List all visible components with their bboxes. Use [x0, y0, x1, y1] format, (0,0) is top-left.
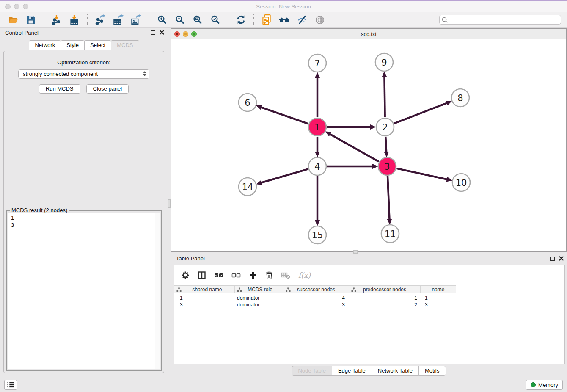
graph-edge-2-3[interactable] — [385, 137, 386, 152]
table-cell[interactable]: 3 — [174, 302, 235, 308]
optimization-criterion-select[interactable]: strongly connected component — [18, 69, 149, 79]
splitter-grip[interactable] — [168, 199, 171, 208]
graph-node-6[interactable]: 6 — [239, 94, 256, 111]
graph-edge-3-11[interactable] — [388, 176, 389, 219]
function-builder-icon[interactable]: f(x) — [298, 271, 311, 279]
table-cell[interactable]: dominator — [235, 295, 284, 301]
table-cell[interactable]: 1 — [174, 295, 235, 301]
graph-edge-2-8[interactable] — [394, 103, 447, 123]
delete-table-icon[interactable] — [281, 271, 290, 279]
zoom-out-icon[interactable] — [173, 14, 186, 26]
graph-node-7[interactable]: 7 — [308, 54, 326, 72]
table-cell[interactable]: 3 — [284, 302, 349, 308]
graph-edge-3-1[interactable] — [330, 134, 379, 162]
vertical-splitter[interactable] — [168, 28, 171, 378]
mcds-result-title: MCDS result (2 nodes) — [10, 207, 69, 213]
import-table-icon[interactable] — [68, 14, 81, 26]
tab-mcds[interactable]: MCDS — [111, 40, 139, 50]
zoom-fit-icon[interactable] — [190, 14, 204, 26]
network-window-titlebar[interactable]: scc.txt — [171, 29, 566, 39]
network-graph[interactable]: 7968124314101511 — [171, 39, 566, 251]
tab-node-table[interactable]: Node Table — [292, 366, 332, 376]
control-panel-tabs: Network Style Select MCDS — [0, 40, 168, 50]
result-scrollbar[interactable] — [155, 213, 160, 369]
import-network-icon[interactable] — [50, 14, 63, 26]
graph-node-9[interactable]: 9 — [375, 53, 393, 71]
tab-network-table[interactable]: Network Table — [372, 366, 419, 376]
graph-node-11[interactable]: 11 — [381, 225, 399, 243]
node-table-header: shared name MCDS role successor nodes pr… — [174, 285, 456, 293]
column-header-shared-name[interactable]: shared name — [174, 286, 235, 293]
float-table-panel-icon[interactable] — [550, 257, 555, 261]
delete-column-icon[interactable] — [265, 271, 273, 279]
zoom-in-icon[interactable] — [155, 14, 168, 26]
memory-label: Memory — [538, 382, 558, 388]
table-cell[interactable]: 2 — [349, 302, 421, 308]
save-session-icon[interactable] — [24, 14, 38, 26]
graph-edge-4-14[interactable] — [261, 169, 308, 182]
column-header-successor-nodes[interactable]: successor nodes — [284, 286, 349, 293]
table-row[interactable]: 3dominator323 — [174, 301, 564, 308]
refresh-view-icon[interactable] — [234, 14, 248, 26]
close-panel-icon[interactable] — [160, 30, 164, 35]
graph-edge-2-9[interactable] — [384, 77, 385, 117]
column-header-name[interactable]: name — [421, 286, 456, 293]
copy-network-view-icon[interactable] — [260, 14, 273, 26]
show-all-networks-icon[interactable] — [278, 14, 291, 26]
result-item[interactable]: 1 — [11, 214, 157, 221]
node-label: 3 — [384, 162, 390, 172]
window-title: Session: New Session — [0, 3, 567, 10]
show-selected-icon[interactable] — [313, 14, 327, 26]
close-panel-button[interactable]: Close panel — [86, 84, 129, 94]
graph-node-8[interactable]: 8 — [451, 89, 469, 107]
run-mcds-button[interactable]: Run MCDS — [39, 84, 80, 94]
table-panel-tabs: Node Table Edge Table Network Table Moti… — [171, 366, 567, 376]
memory-button[interactable]: Memory — [526, 380, 563, 390]
deselect-all-icon[interactable] — [231, 272, 241, 279]
close-table-panel-icon[interactable] — [559, 256, 564, 261]
network-view-window: scc.txt 7968124314101511 — [171, 28, 567, 252]
select-all-icon[interactable] — [214, 272, 223, 279]
graph-node-4[interactable]: 4 — [308, 157, 326, 175]
add-column-icon[interactable] — [249, 271, 257, 279]
memory-status-icon — [531, 382, 536, 387]
table-cell[interactable]: 1 — [421, 295, 456, 301]
result-item[interactable]: 3 — [11, 221, 157, 229]
table-cell[interactable]: dominator — [235, 302, 284, 308]
export-table-icon[interactable] — [111, 14, 125, 26]
column-header-predecessor-nodes[interactable]: predecessor nodes — [349, 286, 421, 293]
graph-node-10[interactable]: 10 — [452, 174, 470, 191]
table-settings-icon[interactable] — [181, 271, 190, 279]
table-row[interactable]: 1dominator411 — [174, 295, 564, 301]
open-session-icon[interactable] — [6, 14, 20, 26]
graph-edge-1-6[interactable] — [261, 107, 308, 124]
column-view-icon[interactable] — [198, 271, 206, 279]
export-network-icon[interactable] — [94, 14, 107, 26]
node-label: 7 — [314, 58, 320, 69]
graph-node-3[interactable]: 3 — [378, 157, 396, 175]
zoom-selected-icon[interactable] — [208, 14, 222, 26]
tab-motifs[interactable]: Motifs — [418, 366, 446, 376]
window-titlebar: Session: New Session — [0, 1, 567, 12]
search-input[interactable] — [439, 15, 561, 25]
graph-edge-3-10[interactable] — [396, 168, 447, 179]
hide-selected-icon[interactable] — [295, 14, 309, 26]
column-header-mcds-role[interactable]: MCDS role — [235, 286, 284, 293]
graph-node-15[interactable]: 15 — [308, 226, 326, 244]
horizontal-splitter-grip[interactable] — [353, 250, 358, 254]
tab-select[interactable]: Select — [84, 40, 111, 50]
search-box — [439, 15, 561, 25]
graph-node-14[interactable]: 14 — [239, 178, 256, 196]
graph-node-2[interactable]: 2 — [376, 118, 394, 136]
mcds-result-list[interactable]: 13 — [8, 213, 160, 369]
float-panel-icon[interactable] — [151, 30, 155, 35]
export-image-icon[interactable] — [129, 14, 143, 26]
show-task-history-button[interactable] — [4, 380, 17, 390]
tab-style[interactable]: Style — [61, 40, 85, 50]
graph-node-1[interactable]: 1 — [308, 118, 326, 136]
tab-network[interactable]: Network — [29, 40, 61, 50]
table-cell[interactable]: 4 — [284, 295, 349, 301]
tab-edge-table[interactable]: Edge Table — [332, 366, 372, 376]
table-cell[interactable]: 3 — [421, 302, 456, 308]
table-cell[interactable]: 1 — [349, 295, 421, 301]
